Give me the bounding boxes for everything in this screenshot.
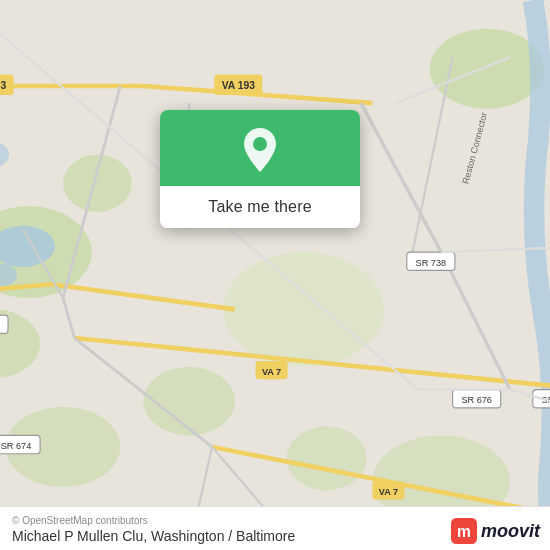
svg-point-7: [286, 426, 366, 490]
take-me-there-button[interactable]: Take me there: [160, 186, 360, 228]
svg-text:SR 676: SR 676: [461, 395, 492, 405]
svg-text:m: m: [457, 523, 471, 540]
map-container: VA 193 VA 193 VA 7 VA 7 VA 7 SR 738: [0, 0, 550, 550]
moovit-logo: m moovit: [451, 518, 540, 544]
svg-point-9: [223, 252, 383, 367]
location-popup: Take me there: [160, 110, 360, 228]
popup-header: [160, 110, 360, 186]
svg-text:VA 7: VA 7: [262, 367, 281, 377]
map-svg: VA 193 VA 193 VA 7 VA 7 VA 7 SR 738: [0, 0, 550, 550]
svg-rect-42: [0, 315, 8, 333]
svg-point-6: [143, 367, 235, 436]
svg-text:SR 674: SR 674: [1, 441, 32, 451]
svg-point-4: [430, 29, 545, 109]
svg-text:VA 7: VA 7: [379, 487, 398, 497]
svg-text:SR 738: SR 738: [416, 258, 447, 268]
moovit-brand-name: moovit: [481, 521, 540, 542]
location-pin-icon: [242, 128, 278, 172]
svg-text:VA 193: VA 193: [222, 80, 255, 91]
svg-point-58: [253, 137, 267, 151]
moovit-icon: m: [451, 518, 477, 544]
svg-text:VA 193: VA 193: [0, 80, 7, 91]
svg-point-2: [63, 155, 132, 212]
